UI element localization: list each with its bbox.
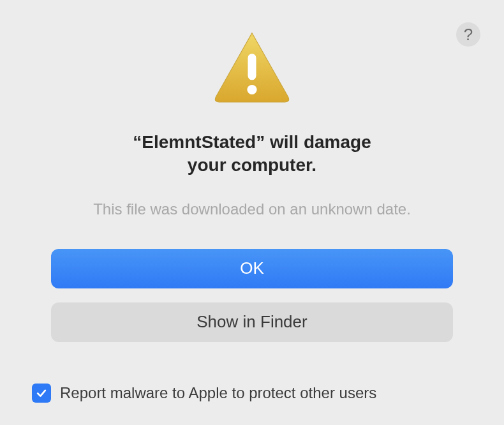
checkmark-icon — [35, 387, 48, 399]
report-malware-row: Report malware to Apple to protect other… — [32, 384, 376, 403]
warning-icon — [211, 27, 293, 110]
dialog-subtitle: This file was downloaded on an unknown d… — [93, 200, 411, 218]
help-icon: ? — [464, 25, 473, 45]
malware-warning-dialog: ? “ElemntStated” will damage your comput… — [3, 3, 501, 422]
title-line-1: “ElemntStated” will damage — [133, 132, 371, 152]
report-malware-checkbox[interactable] — [32, 384, 51, 403]
ok-button[interactable]: OK — [51, 249, 453, 288]
dialog-title: “ElemntStated” will damage your computer… — [133, 131, 371, 177]
title-line-2: your computer. — [188, 155, 316, 175]
help-button[interactable]: ? — [456, 22, 480, 47]
button-group: OK Show in Finder — [32, 249, 472, 342]
report-malware-label: Report malware to Apple to protect other… — [60, 384, 376, 402]
show-in-finder-button[interactable]: Show in Finder — [51, 302, 453, 342]
svg-rect-0 — [248, 54, 256, 80]
svg-point-1 — [247, 85, 256, 94]
